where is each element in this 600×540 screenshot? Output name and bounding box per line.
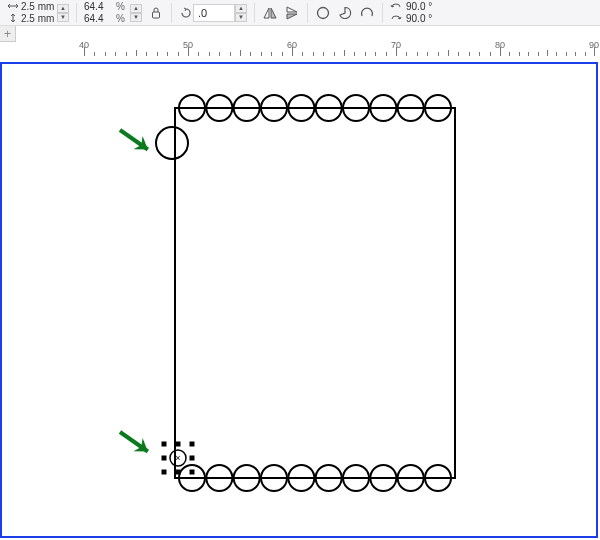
separator [307,3,308,23]
selection-handle[interactable] [190,456,195,461]
ellipse-button[interactable] [312,2,334,24]
scale-y-value[interactable]: 64.4 [84,13,116,25]
spinner-down[interactable]: ▼ [235,13,247,22]
pie-button[interactable] [334,2,356,24]
annotation-arrow [115,123,152,156]
spinner-up[interactable]: ▲ [57,4,69,13]
svg-rect-0 [153,12,160,18]
spinner-up[interactable]: ▲ [235,4,247,13]
selection-handle[interactable] [162,456,167,461]
rotate-start-icon [390,2,404,12]
percent-unit: % [116,1,130,13]
mirror-vertical-button[interactable] [281,2,303,24]
rotation-field[interactable]: .0 [193,4,235,22]
annotation-arrow [115,425,152,458]
end-angle-value[interactable]: 90.0 ° [404,13,432,25]
size-spinner[interactable]: ▲ ▼ [57,4,69,22]
object-size-group: 2.5 mm 2.5 mm ▲ ▼ [4,2,72,24]
height-icon [7,13,19,23]
rotation-icon [179,7,193,19]
separator [76,3,77,23]
selection-handle[interactable] [176,442,181,447]
lock-ratio-button[interactable] [145,2,167,24]
selection-handle[interactable] [176,470,181,475]
height-field[interactable]: 2.5 mm [7,13,57,25]
scale-group: 64.4 % 64.4 % ▲ ▼ [81,2,145,24]
arc-button[interactable] [356,2,378,24]
spinner-down[interactable]: ▼ [57,13,69,22]
canvas[interactable]: × [0,60,600,540]
arc-angles-group: 90.0 ° 90.0 ° [387,2,435,24]
selection-handle[interactable] [190,442,195,447]
rotation-spinner[interactable]: ▲ ▼ [235,4,247,22]
spinner-up[interactable]: ▲ [130,4,142,13]
start-angle-value[interactable]: 90.0 ° [404,1,432,13]
spinner-down[interactable]: ▼ [130,13,142,22]
rotation-group: .0 ▲ ▼ [176,2,250,24]
separator [254,3,255,23]
selection-handle[interactable] [190,470,195,475]
width-value: 2.5 mm [21,1,54,12]
left-circle[interactable] [156,127,188,159]
ruler-horizontal[interactable]: 405060708090 [0,40,600,60]
scale-x-value[interactable]: 64.4 [84,1,116,13]
property-bar: 2.5 mm 2.5 mm ▲ ▼ 64.4 % [0,0,600,26]
svg-point-1 [318,7,329,18]
separator [382,3,383,23]
selection-handle[interactable] [162,442,167,447]
selection-handle[interactable] [162,470,167,475]
drawing-surface[interactable]: × [0,60,600,540]
add-page-tab[interactable]: + [0,26,16,42]
rotate-end-icon [390,14,404,24]
width-icon [7,1,19,11]
scale-spinner[interactable]: ▲ ▼ [130,4,142,22]
selection-center: × [175,453,180,463]
percent-unit: % [116,13,130,25]
separator [171,3,172,23]
height-value: 2.5 mm [21,13,54,24]
frame-rectangle[interactable] [175,108,455,478]
mirror-horizontal-button[interactable] [259,2,281,24]
width-field[interactable]: 2.5 mm [7,1,57,13]
